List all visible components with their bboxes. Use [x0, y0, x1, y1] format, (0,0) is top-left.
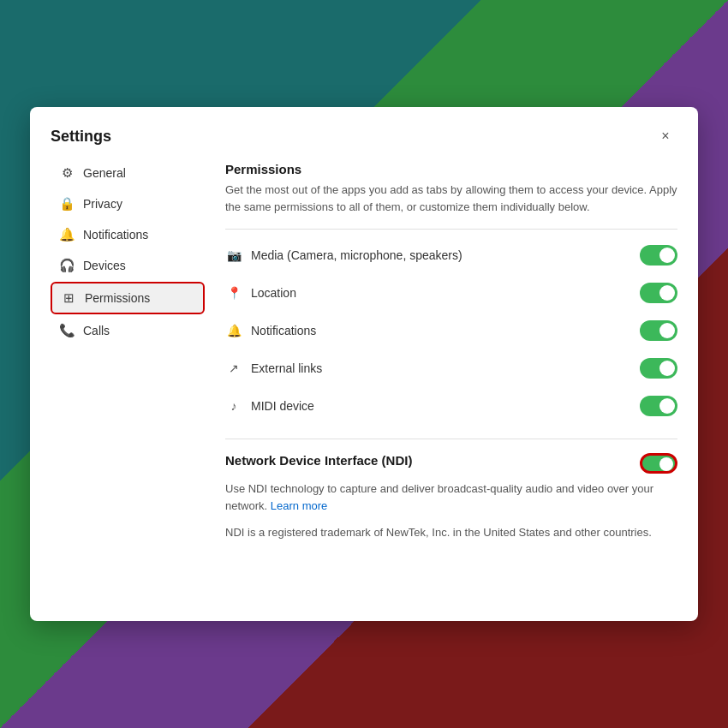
main-content: Permissions Get the most out of the apps…	[225, 158, 677, 600]
toggle-media[interactable]	[640, 245, 677, 266]
sidebar-item-privacy[interactable]: 🔒 Privacy	[51, 189, 205, 218]
grid-icon: ⊞	[61, 290, 76, 306]
camera-icon: 📷	[225, 248, 242, 262]
sidebar: ⚙ General 🔒 Privacy 🔔 Notifications 🎧 De…	[51, 158, 205, 600]
sidebar-item-label: Devices	[83, 259, 126, 272]
permission-item-midi: ♪ MIDI device	[225, 387, 677, 425]
location-icon: 📍	[225, 286, 242, 300]
gear-icon: ⚙	[59, 165, 75, 181]
ndi-section: Network Device Interface (NDI) Use NDI t…	[225, 439, 677, 541]
sidebar-item-label: Privacy	[83, 197, 122, 211]
toggle-ndi[interactable]	[640, 453, 677, 474]
toggle-notifications[interactable]	[640, 320, 677, 341]
headset-icon: 🎧	[59, 258, 75, 273]
sidebar-item-general[interactable]: ⚙ General	[51, 158, 205, 188]
permission-item-external-links: ↗ External links	[225, 349, 677, 387]
bell-icon: 🔔	[225, 324, 242, 337]
sidebar-item-label: Permissions	[85, 291, 150, 305]
learn-more-link[interactable]: Learn more	[271, 499, 327, 512]
permission-item-media: 📷 Media (Camera, microphone, speakers)	[225, 236, 677, 274]
sidebar-item-label: General	[83, 166, 126, 180]
ndi-desc: Use NDI technology to capture and delive…	[225, 480, 677, 514]
bell-icon: 🔔	[59, 227, 75, 242]
permission-item-notifications: 🔔 Notifications	[225, 312, 677, 349]
sidebar-item-devices[interactable]: 🎧 Devices	[51, 251, 205, 280]
settings-dialog: Settings × ⚙ General 🔒 Privacy 🔔 Notific…	[30, 107, 698, 621]
close-button[interactable]: ×	[653, 124, 677, 148]
sidebar-item-label: Calls	[83, 324, 110, 337]
midi-icon: ♪	[225, 399, 242, 413]
sidebar-item-calls[interactable]: 📞 Calls	[51, 316, 205, 345]
toggle-location[interactable]	[640, 283, 677, 303]
permissions-desc: Get the most out of the apps you add as …	[225, 182, 677, 215]
permission-list: 📷 Media (Camera, microphone, speakers) 📍…	[225, 229, 677, 425]
perm-label-media: Media (Camera, microphone, speakers)	[251, 248, 631, 262]
toggle-external-links[interactable]	[640, 358, 677, 379]
sidebar-item-permissions[interactable]: ⊞ Permissions	[51, 282, 205, 314]
sidebar-item-notifications[interactable]: 🔔 Notifications	[51, 220, 205, 249]
phone-icon: 📞	[59, 323, 75, 338]
sidebar-item-label: Notifications	[83, 228, 148, 242]
dialog-body: ⚙ General 🔒 Privacy 🔔 Notifications 🎧 De…	[30, 158, 698, 621]
lock-icon: 🔒	[59, 196, 75, 212]
ndi-header: Network Device Interface (NDI)	[225, 453, 677, 474]
ndi-trademark: NDI is a registered trademark of NewTek,…	[225, 524, 677, 541]
toggle-midi[interactable]	[640, 396, 677, 416]
dialog-header: Settings ×	[30, 107, 698, 158]
permissions-title: Permissions	[225, 162, 677, 176]
dialog-title: Settings	[51, 128, 111, 146]
ndi-title: Network Device Interface (NDI)	[225, 453, 412, 468]
perm-label-external-links: External links	[251, 361, 631, 375]
perm-label-notifications: Notifications	[251, 324, 631, 337]
perm-label-midi: MIDI device	[251, 399, 631, 413]
external-link-icon: ↗	[225, 361, 242, 375]
perm-label-location: Location	[251, 286, 631, 300]
permission-item-location: 📍 Location	[225, 274, 677, 312]
